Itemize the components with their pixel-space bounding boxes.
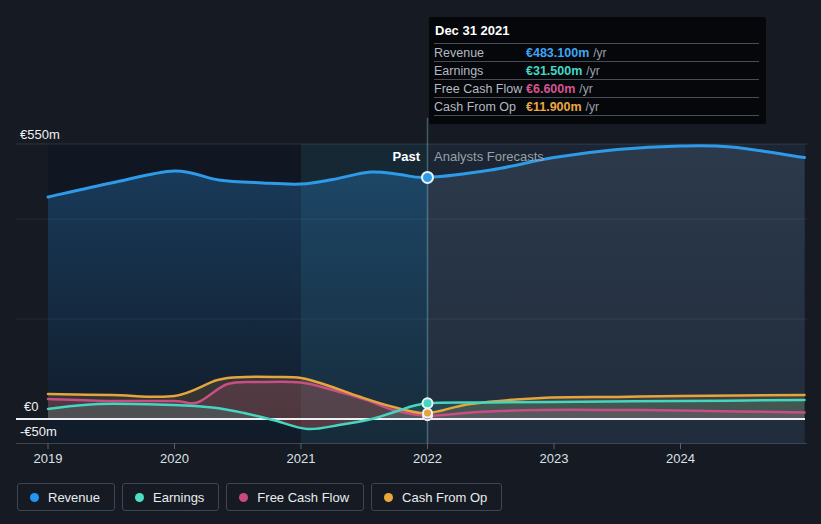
x-axis-label-2019: 2019: [18, 451, 78, 466]
tooltip-row-label: Cash From Op: [434, 100, 526, 114]
tooltip-row-suffix: /yr: [586, 64, 599, 78]
tooltip-row-value: €31.500m: [526, 64, 582, 78]
tooltip-row-value: €6.600m: [526, 82, 575, 96]
legend-color-dot: [239, 493, 248, 502]
revenue-marker: [422, 172, 433, 183]
chart-legend: RevenueEarningsFree Cash FlowCash From O…: [17, 483, 502, 511]
legend-color-dot: [384, 493, 393, 502]
legend-color-dot: [135, 493, 144, 502]
legend-label: Earnings: [153, 490, 204, 505]
earnings-revenue-chart-panel: €550m €0 -€50m 201920202021202220232024 …: [0, 0, 821, 524]
x-axis-label-2023: 2023: [524, 451, 584, 466]
tooltip-row-revenue: Revenue€483.100m/yr: [434, 43, 759, 61]
x-axis-label-2022: 2022: [398, 451, 458, 466]
chart-tooltip: Dec 31 2021 Revenue€483.100m/yrEarnings€…: [429, 17, 766, 124]
y-axis-label-zero: €0: [24, 400, 38, 414]
legend-label: Free Cash Flow: [257, 490, 349, 505]
analysts-forecasts-label: Analysts Forecasts: [434, 149, 544, 164]
tooltip-row-value: €483.100m: [526, 46, 589, 60]
y-axis-label-min: -€50m: [20, 425, 57, 439]
legend-color-dot: [30, 493, 39, 502]
tooltip-row-suffix: /yr: [593, 46, 606, 60]
tooltip-row-suffix: /yr: [586, 100, 599, 114]
earnings-marker: [423, 398, 433, 408]
tooltip-row-earnings: Earnings€31.500m/yr: [434, 61, 759, 79]
tooltip-row-value: €11.900m: [526, 100, 582, 114]
x-axis-label-2024: 2024: [651, 451, 711, 466]
tooltip-date: Dec 31 2021: [429, 17, 766, 43]
tooltip-row-label: Revenue: [434, 46, 526, 60]
legend-item-revenue[interactable]: Revenue: [17, 483, 115, 511]
legend-label: Cash From Op: [402, 490, 487, 505]
x-axis-label-2020: 2020: [145, 451, 205, 466]
x-axis-label-2021: 2021: [271, 451, 331, 466]
legend-label: Revenue: [48, 490, 100, 505]
tooltip-rows: Revenue€483.100m/yrEarnings€31.500m/yrFr…: [434, 43, 759, 116]
cash-from-op-marker: [423, 409, 432, 418]
legend-item-cash-from-op[interactable]: Cash From Op: [371, 483, 502, 511]
past-section-label: Past: [330, 149, 420, 164]
legend-item-earnings[interactable]: Earnings: [122, 483, 219, 511]
tooltip-row-label: Free Cash Flow: [434, 82, 526, 96]
tooltip-row-label: Earnings: [434, 64, 526, 78]
tooltip-row-suffix: /yr: [579, 82, 592, 96]
legend-item-free-cash-flow[interactable]: Free Cash Flow: [226, 483, 364, 511]
tooltip-row-free-cash-flow: Free Cash Flow€6.600m/yr: [434, 79, 759, 97]
y-axis-label-max: €550m: [20, 128, 60, 142]
tooltip-row-cash-from-op: Cash From Op€11.900m/yr: [434, 97, 759, 116]
